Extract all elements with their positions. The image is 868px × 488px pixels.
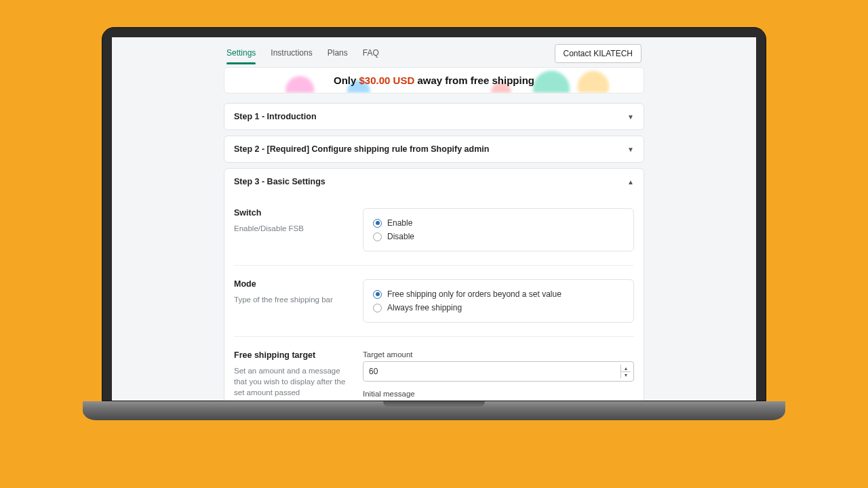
target-desc: Set an amount and a message that you wis…	[234, 365, 351, 398]
step-1-accordion[interactable]: Step 1 - Introduction ▼	[224, 103, 644, 130]
mode-always-label: Always free shipping	[387, 303, 462, 312]
mode-desc: Type of the free shipping bar	[234, 294, 351, 305]
switch-disable-label: Disable	[387, 232, 414, 241]
nav-tabs: Settings Instructions Plans FAQ	[226, 43, 379, 64]
app-screen: Settings Instructions Plans FAQ Contact …	[112, 37, 756, 401]
switch-desc: Enable/Disable FSB	[234, 223, 351, 234]
tab-settings[interactable]: Settings	[226, 43, 256, 64]
radio-icon	[373, 304, 382, 312]
free-shipping-banner: Only $30.00 USD away from free shipping	[224, 67, 644, 94]
chevron-down-icon: ▼	[627, 113, 634, 121]
mode-title: Mode	[234, 279, 351, 289]
mode-always-radio[interactable]: Always free shipping	[373, 303, 624, 312]
step-2-title: Step 2 - [Required] Configure shipping r…	[234, 144, 489, 154]
top-bar: Settings Instructions Plans FAQ Contact …	[224, 43, 644, 67]
banner-suffix: away from free shipping	[414, 75, 534, 86]
mode-beyond-label: Free shipping only for orders beyond a s…	[387, 289, 561, 299]
banner-amount: $30.00 USD	[359, 75, 415, 86]
target-amount-value: 60	[369, 367, 620, 376]
chevron-down-icon: ▼	[627, 146, 634, 153]
step-3-header[interactable]: Step 3 - Basic Settings ▲	[224, 169, 644, 195]
banner-prefix: Only	[334, 75, 359, 86]
target-section: Free shipping target Set an amount and a…	[234, 336, 634, 401]
mode-section: Mode Type of the free shipping bar Free …	[234, 265, 634, 336]
switch-enable-label: Enable	[387, 218, 412, 228]
radio-icon	[373, 290, 382, 299]
target-amount-label: Target amount	[363, 350, 634, 359]
target-amount-input[interactable]: 60 ▲ ▼	[363, 361, 634, 382]
contact-button[interactable]: Contact KILATECH	[555, 44, 642, 63]
tab-plans[interactable]: Plans	[328, 43, 348, 64]
tab-instructions[interactable]: Instructions	[271, 43, 312, 64]
step-2-accordion[interactable]: Step 2 - [Required] Configure shipping r…	[224, 136, 644, 163]
switch-section: Switch Enable/Disable FSB Enable	[234, 195, 634, 265]
initial-message-label: Initial message	[363, 390, 634, 398]
tab-faq[interactable]: FAQ	[363, 43, 379, 64]
step-1-title: Step 1 - Introduction	[234, 112, 317, 121]
step-3-title: Step 3 - Basic Settings	[234, 177, 326, 186]
step-3-accordion: Step 3 - Basic Settings ▲ Switch Enable/…	[224, 168, 644, 401]
laptop-base	[83, 401, 785, 420]
radio-icon	[373, 232, 382, 241]
stepper-down-icon[interactable]: ▼	[621, 371, 631, 378]
target-title: Free shipping target	[234, 350, 351, 360]
radio-icon	[373, 219, 382, 228]
switch-disable-radio[interactable]: Disable	[373, 232, 624, 241]
stepper-up-icon[interactable]: ▲	[621, 365, 631, 371]
switch-enable-radio[interactable]: Enable	[373, 218, 624, 228]
mode-beyond-radio[interactable]: Free shipping only for orders beyond a s…	[373, 289, 624, 299]
switch-title: Switch	[234, 208, 351, 218]
chevron-up-icon: ▲	[627, 178, 634, 186]
